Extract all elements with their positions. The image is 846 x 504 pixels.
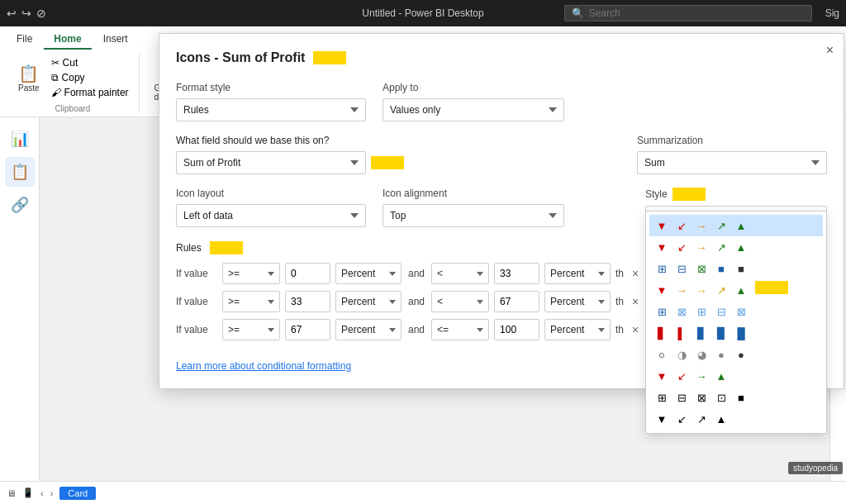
arr-ne3-icon[interactable]: ↗: [692, 410, 711, 428]
arrow-ne-icon[interactable]: ↗: [712, 216, 730, 235]
bar1-icon[interactable]: ▋: [653, 324, 671, 342]
box-mix5-icon[interactable]: ■: [732, 388, 750, 407]
arrow-right-3-icon[interactable]: →: [673, 281, 691, 299]
rule2-op2-select[interactable]: <<=>>=: [431, 291, 489, 312]
rule3-type2-select[interactable]: PercentNumber: [544, 319, 611, 340]
arrow-down-4-icon[interactable]: ▼: [653, 367, 671, 385]
title-bar-icons[interactable]: ↩ ↪ ⊘: [7, 7, 46, 20]
icon-layout-select[interactable]: Left of data Right of data Data bar: [176, 204, 366, 227]
rule1-type2-select[interactable]: PercentNumber: [544, 263, 611, 284]
arrow-down-2-icon[interactable]: ▼: [653, 238, 671, 256]
icon-picker-row-3[interactable]: ⊞ ⊟ ⊠ ■ ■: [649, 258, 823, 279]
arrow-sw-4-icon[interactable]: ↙: [673, 367, 691, 385]
arrow-right-icon[interactable]: →: [692, 216, 711, 235]
square-icon[interactable]: ■: [712, 259, 730, 278]
icon-picker-row-10[interactable]: ▼ ↙ ↗ ▲: [649, 408, 823, 430]
title-color-swatch[interactable]: [313, 51, 346, 64]
arr-d-icon[interactable]: ▼: [653, 410, 671, 428]
circle-half-icon[interactable]: ◑: [673, 345, 691, 364]
box-mix4-icon[interactable]: ⊡: [712, 388, 730, 407]
paste-button[interactable]: 📋 Paste: [13, 60, 45, 96]
rule3-op1-select[interactable]: >=><<=: [222, 319, 280, 340]
arrow-ne-y-icon[interactable]: ↗: [712, 281, 730, 299]
arr-sw2-icon[interactable]: ↙: [673, 410, 691, 428]
rule1-type1-select[interactable]: PercentNumber: [335, 263, 402, 284]
icon-picker-row-5[interactable]: ⊞ ⊠ ⊞ ⊟ ⊠: [649, 301, 823, 322]
undo-icon[interactable]: ↩: [7, 7, 17, 20]
rule1-op2-select[interactable]: <<=>>=: [431, 263, 489, 284]
bar5-icon[interactable]: █: [732, 324, 750, 342]
status-tab-card[interactable]: Card: [59, 487, 96, 500]
icon-picker-row-2[interactable]: ▼ ↙ → ↗ ▲: [649, 236, 823, 258]
rule1-delete-button[interactable]: ×: [632, 267, 639, 280]
search-bar[interactable]: 🔍: [564, 5, 812, 21]
rule3-type1-select[interactable]: PercentNumber: [335, 319, 402, 340]
box-b4-icon[interactable]: ⊟: [712, 302, 730, 321]
format-style-select[interactable]: Rules Gradient Field value: [176, 98, 366, 121]
box-minus-icon[interactable]: ⊟: [673, 259, 691, 278]
circle-full-icon[interactable]: ●: [712, 345, 730, 364]
sidebar-item-model[interactable]: 🔗: [5, 190, 35, 220]
rule2-val1-input[interactable]: [285, 291, 330, 312]
sign-in-button[interactable]: Sig: [825, 7, 839, 19]
icon-picker-row-4[interactable]: ▼ → → ↗ ▲: [649, 279, 823, 301]
arrow-sw-icon[interactable]: ↙: [673, 216, 691, 235]
arr-u2-icon[interactable]: ▲: [712, 410, 730, 428]
apply-to-select[interactable]: Values only Values and totals All: [383, 98, 564, 121]
box-mix3-icon[interactable]: ⊠: [692, 388, 711, 407]
tab-insert[interactable]: Insert: [93, 30, 138, 50]
circle-empty-icon[interactable]: ○: [653, 345, 671, 364]
nav-right-icon[interactable]: ›: [50, 488, 54, 498]
arrow-right-2-icon[interactable]: →: [692, 238, 711, 256]
box-mix2-icon[interactable]: ⊟: [673, 388, 691, 407]
icon-alignment-select[interactable]: Top Middle Bottom: [383, 204, 564, 227]
format-painter-button[interactable]: 🖌 Format painter: [48, 86, 132, 99]
copy-button[interactable]: ⧉ Copy: [48, 71, 132, 84]
icon-picker-row-8[interactable]: ▼ ↙ → ▲: [649, 365, 823, 387]
rule2-delete-button[interactable]: ×: [632, 295, 639, 308]
redo-icon[interactable]: ↪: [21, 7, 31, 20]
arrow-ne-2-icon[interactable]: ↗: [712, 238, 730, 256]
box-x-icon[interactable]: ⊠: [692, 259, 711, 278]
box-b3-icon[interactable]: ⊞: [692, 302, 711, 321]
rule2-val2-input[interactable]: [494, 291, 539, 312]
arrow-up-2-icon[interactable]: ▲: [732, 238, 750, 256]
box-b1-icon[interactable]: ⊞: [653, 302, 671, 321]
rule3-val1-input[interactable]: [285, 319, 330, 340]
arrow-sw-2-icon[interactable]: ↙: [673, 238, 691, 256]
arrow-up-4-icon[interactable]: ▲: [712, 367, 730, 385]
circle-dark-icon[interactable]: ●: [732, 345, 750, 364]
bar3-icon[interactable]: ▊: [692, 324, 711, 342]
rule3-val2-input[interactable]: [494, 319, 539, 340]
bar4-icon[interactable]: ▉: [712, 324, 730, 342]
circle-3q-icon[interactable]: ◕: [692, 345, 711, 364]
icon-picker-row-9[interactable]: ⊞ ⊟ ⊠ ⊡ ■: [649, 387, 823, 408]
arrow-up-3-icon[interactable]: ▲: [732, 281, 750, 299]
icon-picker-row-1[interactable]: ▼ ↙ → ↗ ▲: [649, 215, 823, 236]
sidebar-item-report[interactable]: 📊: [5, 124, 35, 154]
field-swatch[interactable]: [371, 156, 404, 169]
icon-picker-row-7[interactable]: ○ ◑ ◕ ● ●: [649, 344, 823, 365]
style-swatch[interactable]: [673, 188, 706, 201]
sidebar-item-data[interactable]: 📋: [5, 157, 35, 187]
rule3-delete-button[interactable]: ×: [632, 323, 639, 336]
nav-left-icon[interactable]: ‹: [40, 488, 44, 498]
learn-more-link[interactable]: Learn more about conditional formatting: [176, 360, 351, 372]
tab-home[interactable]: Home: [44, 30, 91, 50]
arrow-ne-4-icon[interactable]: →: [692, 367, 711, 385]
arrow-down-3-icon[interactable]: ▼: [653, 281, 671, 299]
box-b5-icon[interactable]: ⊠: [732, 302, 750, 321]
tab-file[interactable]: File: [7, 30, 42, 50]
cut-button[interactable]: ✂ Cut: [48, 56, 132, 69]
rules-swatch[interactable]: [210, 241, 243, 254]
rule2-type2-select[interactable]: PercentNumber: [544, 291, 611, 312]
icon-picker-row-6[interactable]: ▋ ▌ ▊ ▉ █: [649, 322, 823, 344]
rule1-op1-select[interactable]: >=><<=: [222, 263, 280, 284]
stop-icon[interactable]: ⊘: [36, 7, 46, 20]
arrow-up-icon[interactable]: ▲: [732, 216, 750, 235]
box-plus-icon[interactable]: ⊞: [653, 259, 671, 278]
what-field-select[interactable]: Sum of Profit: [176, 151, 366, 174]
bar2-icon[interactable]: ▌: [673, 324, 691, 342]
rule1-val1-input[interactable]: [285, 263, 330, 284]
square-dark-icon[interactable]: ■: [732, 259, 750, 278]
